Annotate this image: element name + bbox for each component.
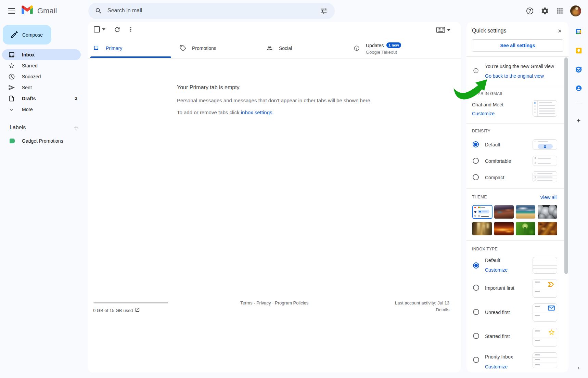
svg-text:31: 31: [577, 30, 580, 33]
